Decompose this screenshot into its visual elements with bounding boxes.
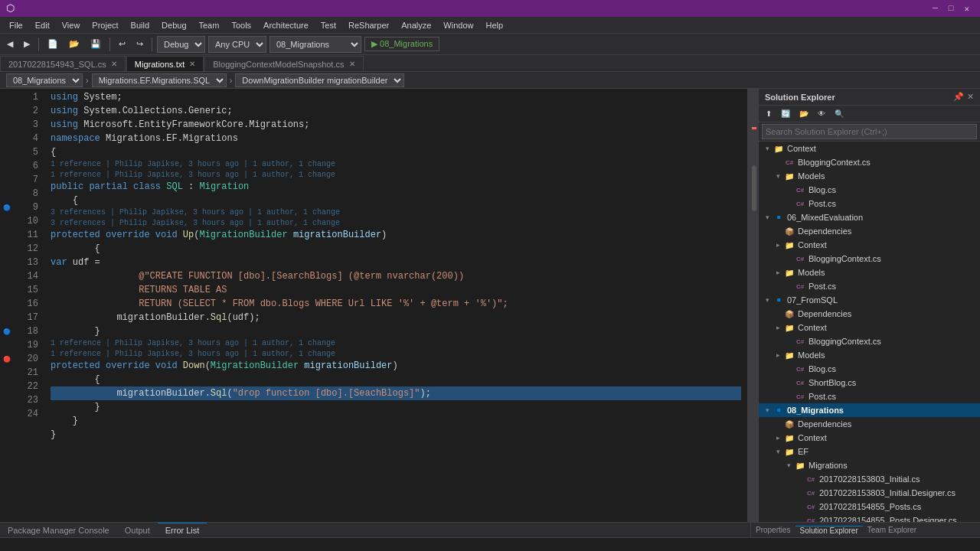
gutter-7 [0,173,14,187]
tab-0[interactable]: 20170228154943_SQL.cs✕ [0,56,126,71]
menu-item-build[interactable]: Build [125,19,155,31]
token: using [51,92,78,103]
tree-item-23[interactable]: ▾📁Migrations [759,458,980,472]
se-toolbar-btn-1[interactable]: ⬆ [762,107,776,120]
tree-item-25[interactable]: C#20170228153803_Initial.Designer.cs [759,486,980,500]
tree-item-4[interactable]: C#Post.cs [759,197,980,210]
token: migrationBuilder. [51,312,211,323]
config-dropdown[interactable]: Debug [157,36,205,53]
tab-close-1[interactable]: ✕ [189,60,195,68]
code-annotation-18: 1 reference | Philip Japikse, 3 hours ag… [51,349,741,359]
se-toolbar-btn-4[interactable]: 👁 [814,107,829,120]
line-num-1: 1 [14,90,38,104]
menu-item-file[interactable]: File [3,19,29,31]
gutter-15 [0,283,14,297]
tree-item-21[interactable]: ▸📁Context [759,431,980,445]
tab-2[interactable]: BloggingContextModelSnapshot.cs✕ [204,56,363,71]
minimize-icon[interactable]: ─ [933,4,938,14]
tree-item-12[interactable]: 📦Dependencies [759,307,980,321]
tree-item-14[interactable]: C#BloggingContext.cs [759,334,980,348]
tab-error-list[interactable]: Error List [158,523,207,538]
se-close-icon[interactable]: ✕ [967,92,974,102]
se-toolbar-btn-5[interactable]: 🔍 [831,107,848,120]
menu-item-view[interactable]: View [56,19,87,31]
se-search-input[interactable] [762,124,977,139]
toolbar-open[interactable]: 📂 [65,37,83,51]
path-dropdown-2[interactable]: Migrations.EF.Migrations.SQL [92,73,227,87]
token: void [155,230,178,240]
close-icon[interactable]: ✕ [964,4,969,14]
menu-item-help[interactable]: Help [479,19,509,31]
tree-item-13[interactable]: ▸📁Context [759,321,980,334]
toolbar-undo[interactable]: ↩ [115,37,129,51]
menu-item-resharper[interactable]: ReSharper [342,19,395,31]
editor-scrollbar[interactable] [747,89,758,522]
tree-item-24[interactable]: C#20170228153803_Initial.cs [759,472,980,486]
tree-icon-11: ▪ [773,294,785,306]
tree-item-26[interactable]: C#20170228154855_Posts.cs [759,500,980,514]
tree-item-1[interactable]: C#BloggingContext.cs [759,155,980,169]
se-toolbar-btn-2[interactable]: 🔄 [777,107,794,120]
tab-close-0[interactable]: ✕ [111,60,117,68]
tab-properties[interactable]: Properties [751,526,795,534]
tree-arrow-9: ▸ [773,269,783,276]
tab-1[interactable]: Migrations.txt✕ [126,56,204,71]
menu-item-edit[interactable]: Edit [29,19,56,31]
menu-item-architecture[interactable]: Architecture [257,19,315,31]
tree-item-8[interactable]: C#BloggingContext.cs [759,252,980,266]
se-pin-icon[interactable]: 📌 [953,92,964,102]
code-line-9: protected override void Up(MigrationBuil… [51,228,741,242]
toolbar-forward[interactable]: ▶ [20,37,34,51]
path-dropdown-4[interactable]: DownMigrationBuilder migrationBuilder [235,73,404,87]
tree-item-20[interactable]: 📦Dependencies [759,417,980,431]
tree-label-10: Post.cs [808,282,836,291]
tree-item-18[interactable]: C#Post.cs [759,390,980,403]
token: partial [89,181,127,192]
menu-item-window[interactable]: Window [437,19,479,31]
menu-item-project[interactable]: Project [86,19,124,31]
tree-item-22[interactable]: ▾📁EF [759,445,980,458]
code-content[interactable]: using System;using System.Collections.Ge… [44,89,747,522]
tree-item-2[interactable]: ▾📁Models [759,169,980,183]
tree-item-7[interactable]: ▸📁Context [759,238,980,252]
maximize-icon[interactable]: □ [949,4,954,14]
tree-label-24: 20170228153803_Initial.cs [819,474,920,484]
run-button[interactable]: ▶ 08_Migrations [364,37,439,51]
code-line-14: RETURN (SELECT * FROM dbo.Blogs WHERE Ur… [51,297,741,311]
platform-dropdown[interactable]: Any CPU [208,36,266,53]
gutter-23 [0,393,14,407]
toolbar-redo[interactable]: ↪ [132,37,147,51]
tab-solution-explorer[interactable]: Solution Explorer [795,526,863,535]
tree-item-19[interactable]: ▾▪08_Migrations [759,403,980,417]
tree-item-27[interactable]: C#20170228154855_Posts.Designer.cs [759,514,980,522]
tree-item-9[interactable]: ▸📁Models [759,266,980,279]
menu-item-tools[interactable]: Tools [225,19,257,31]
project-dropdown[interactable]: 08_Migrations [270,36,361,53]
tab-pkg-mgr[interactable]: Package Manager Console [0,523,117,538]
menu-item-team[interactable]: Team [193,19,226,31]
menu-item-analyze[interactable]: Analyze [395,19,437,31]
tree-item-11[interactable]: ▾▪07_FromSQL [759,293,980,307]
tab-output[interactable]: Output [117,523,158,538]
token: RETURN (SELECT * FROM dbo.Blogs WHERE Ur… [51,298,508,309]
tree-item-15[interactable]: ▸📁Models [759,348,980,362]
tree-item-10[interactable]: C#Post.cs [759,279,980,293]
se-toolbar-btn-3[interactable]: 📂 [795,107,812,120]
tree-item-3[interactable]: C#Blog.cs [759,183,980,197]
tree-item-6[interactable]: 📦Dependencies [759,224,980,238]
tree-item-16[interactable]: C#Blog.cs [759,362,980,376]
menu-item-test[interactable]: Test [315,19,342,31]
toolbar-back[interactable]: ◀ [3,37,17,51]
tab-close-2[interactable]: ✕ [349,60,355,68]
tree-icon-1: C# [783,156,795,168]
toolbar-save[interactable]: 💾 [87,37,105,51]
path-dropdown-0[interactable]: 08_Migrations [6,73,83,87]
toolbar-new[interactable]: 📄 [44,37,62,51]
tree-item-17[interactable]: C#ShortBlog.cs [759,376,980,390]
menu-item-debug[interactable]: Debug [155,19,192,31]
tree-item-5[interactable]: ▾▪06_MixedEvaluation [759,210,980,224]
code-line-10: { [51,242,741,256]
tab-bar: 20170228154943_SQL.cs✕Migrations.txt✕Blo… [0,55,980,72]
tab-team-explorer[interactable]: Team Explorer [863,526,921,534]
tree-item-0[interactable]: ▾📁Context [759,142,980,155]
